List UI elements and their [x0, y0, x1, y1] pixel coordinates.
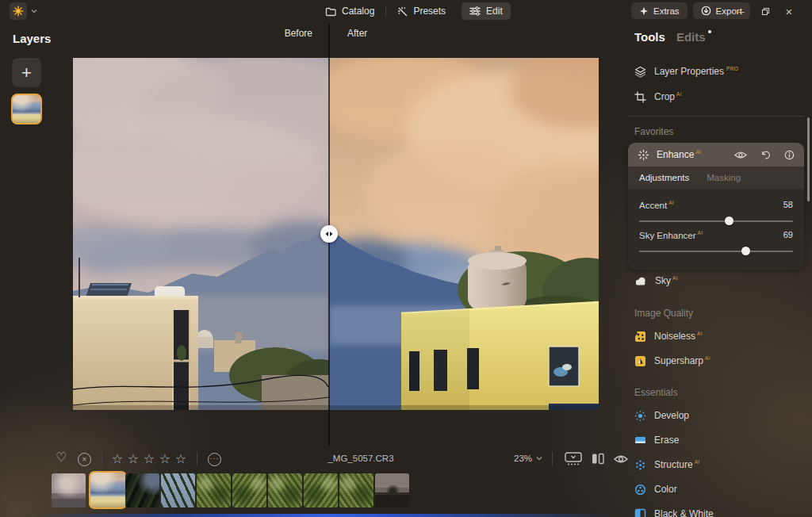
toolbar-divider — [102, 452, 102, 465]
supersharp-icon — [634, 355, 646, 367]
tab-adjustments[interactable]: Adjustments — [639, 173, 689, 182]
tab-presets[interactable]: Presets — [389, 2, 454, 20]
filmstrip-thumbnail-9[interactable] — [339, 473, 373, 507]
sidebar-scrollbar[interactable] — [807, 117, 810, 201]
extras-button[interactable]: Extras — [631, 2, 688, 19]
filmstrip-thumbnail-1[interactable] — [52, 473, 86, 507]
star-rating[interactable]: ☆☆☆☆☆ — [109, 451, 189, 466]
more-options-button[interactable]: ··· — [208, 453, 221, 466]
layer-properties-icon — [634, 66, 646, 78]
heart-icon: ♡ — [56, 450, 67, 464]
window-minimize-button[interactable]: – — [730, 2, 753, 20]
pro-badge: PRO — [726, 66, 738, 71]
noiseless-icon — [634, 331, 646, 343]
filmstrip-thumbnail-10[interactable] — [375, 473, 409, 507]
tab-masking[interactable]: Masking — [707, 173, 741, 182]
tab-presets-label: Presets — [413, 6, 446, 17]
layers-panel-title: Layers — [13, 32, 51, 45]
add-layer-button[interactable]: + — [12, 58, 41, 87]
window-close-button[interactable]: × — [777, 2, 801, 20]
sky-enhancer-slider-value: 69 — [783, 230, 793, 239]
toolbar-divider — [197, 452, 197, 465]
tool-item-sky[interactable]: SkyAI — [634, 273, 678, 289]
zoom-value: 23% — [514, 454, 532, 463]
presets-sparkle-icon — [397, 6, 408, 17]
tool-item-black-and-white[interactable]: Black & White — [634, 506, 714, 517]
sky-label: SkyAI — [655, 275, 678, 286]
enhance-visibility-eye-icon[interactable] — [734, 151, 747, 159]
toolbar-divider — [552, 452, 553, 465]
filmstrip-thumbnail-6[interactable] — [232, 473, 266, 507]
tool-item-develop[interactable]: Develop — [634, 408, 689, 423]
develop-label: Develop — [654, 410, 689, 421]
accent-slider-thumb[interactable] — [725, 216, 733, 225]
ai-superscript: AI — [672, 275, 678, 281]
rating-star-3[interactable]: ☆ — [141, 451, 157, 466]
enhance-info-icon[interactable] — [784, 150, 795, 160]
tool-item-crop[interactable]: CropAI — [634, 89, 682, 105]
taskbar-glow-line — [32, 514, 619, 517]
image-quality-section-label: Image Quality — [634, 308, 693, 319]
tab-tools[interactable]: Tools — [634, 30, 665, 44]
compare-slider-handle[interactable] — [320, 225, 338, 243]
enhance-burst-icon — [638, 149, 649, 161]
layer-properties-label: Layer PropertiesPRO — [654, 66, 738, 77]
filmstrip-thumbnail-3[interactable] — [125, 473, 159, 507]
structure-icon — [634, 459, 646, 471]
tab-edit[interactable]: Edit — [462, 2, 511, 20]
reject-button[interactable]: × — [78, 453, 91, 466]
restore-icon — [761, 7, 770, 16]
sky-enhancer-slider-label: Sky EnhancerAI — [639, 230, 703, 240]
filmstrip-thumbnail-4[interactable] — [161, 473, 195, 507]
color-label: Color — [654, 484, 677, 495]
filmstrip-thumbnail-2-selected[interactable] — [89, 471, 127, 509]
app-logo-button[interactable] — [10, 2, 27, 20]
ai-superscript: AI — [705, 355, 710, 361]
logo-chevron-down-icon[interactable] — [31, 9, 37, 13]
filmstrip-thumbnail-5[interactable] — [197, 473, 231, 507]
essentials-section-label: Essentials — [634, 387, 678, 398]
sky-enhancer-slider-track[interactable] — [639, 251, 793, 252]
filmstrip-thumbnail-7[interactable] — [268, 473, 302, 507]
edit-sliders-icon — [469, 6, 481, 16]
black-white-icon — [634, 508, 646, 517]
tool-item-layer-properties[interactable]: Layer PropertiesPRO — [634, 63, 738, 79]
accent-slider-track[interactable] — [639, 220, 793, 222]
tool-item-supersharp[interactable]: SupersharpAI — [634, 353, 710, 369]
tab-edit-label: Edit — [486, 6, 503, 17]
extras-label: Extras — [653, 6, 680, 16]
tab-catalog[interactable]: Catalog — [317, 2, 382, 20]
rating-star-5[interactable]: ☆ — [173, 451, 189, 466]
color-wheel-icon — [634, 484, 646, 496]
ai-superscript: AI — [695, 459, 700, 465]
rating-star-4[interactable]: ☆ — [157, 451, 173, 466]
window-restore-button[interactable] — [753, 2, 777, 20]
structure-label: StructureAI — [654, 459, 699, 470]
layer-thumbnail[interactable] — [11, 94, 42, 124]
tab-edits[interactable]: Edits — [676, 30, 706, 44]
favorite-heart-button[interactable]: ♡ — [56, 450, 67, 465]
after-label: After — [347, 28, 367, 39]
filmstrip-toggle-button[interactable] — [565, 452, 582, 465]
sky-enhancer-slider-thumb[interactable] — [741, 247, 750, 255]
filename-label: _MG_5057.CR3 — [282, 454, 440, 463]
zoom-control[interactable]: 23% — [514, 454, 542, 463]
enhance-panel: EnhanceAI — [628, 143, 804, 270]
develop-sun-icon — [634, 410, 646, 422]
enhance-reset-undo-icon[interactable] — [760, 150, 771, 160]
ai-superscript: AI — [668, 200, 674, 205]
preview-eye-button[interactable] — [614, 454, 628, 464]
filmstrip-thumbnail-8[interactable] — [304, 473, 338, 507]
export-arrow-icon — [701, 6, 711, 16]
enhance-panel-header[interactable]: EnhanceAI — [628, 143, 804, 167]
rating-star-2[interactable]: ☆ — [125, 451, 141, 466]
tool-item-noiseless[interactable]: NoiselessAI — [634, 328, 703, 344]
reject-x-icon: × — [82, 455, 87, 464]
tool-item-color[interactable]: Color — [634, 481, 677, 497]
compare-view-button[interactable] — [592, 453, 604, 465]
tool-item-structure[interactable]: StructureAI — [634, 457, 699, 473]
tool-item-erase[interactable]: Erase — [634, 432, 679, 448]
nav-divider — [385, 6, 386, 17]
rating-star-1[interactable]: ☆ — [109, 451, 125, 466]
sidebar-divider — [628, 116, 804, 117]
